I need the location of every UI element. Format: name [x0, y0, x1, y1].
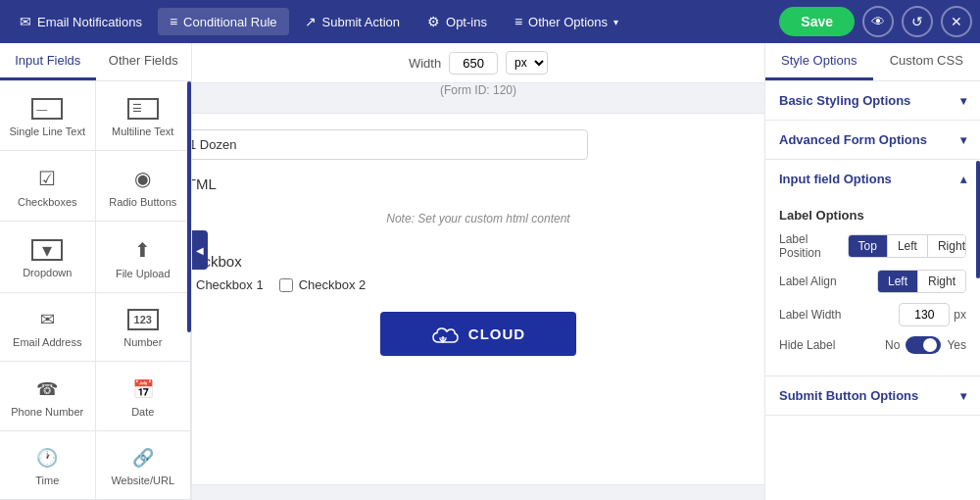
number-label: Number	[123, 336, 162, 348]
html-note: Note: Set your custom html content	[192, 200, 764, 237]
time-icon: 🕐	[36, 447, 58, 469]
tab-input-fields[interactable]: Input Fields	[0, 43, 96, 80]
label-position-right[interactable]: Right	[928, 235, 966, 257]
url-icon: 🔗	[132, 447, 154, 469]
checkbox-row: Checkbox 1 Checkbox 2	[192, 277, 764, 292]
close-button[interactable]: ✕	[941, 6, 972, 37]
field-email-address[interactable]: ✉ Email Address	[0, 293, 96, 363]
accordion-submit-button: Submit Button Options ▾	[765, 376, 980, 416]
refresh-button[interactable]: ↺	[902, 6, 933, 37]
checkbox-2-input[interactable]	[279, 278, 293, 292]
field-file-upload[interactable]: ⬆ File Upload	[96, 222, 192, 293]
accordion-advanced-form-header[interactable]: Advanced Form Options ▾	[765, 121, 980, 159]
field-radio-buttons[interactable]: ◉ Radio Buttons	[96, 151, 192, 223]
file-upload-label: File Upload	[116, 268, 171, 279]
hide-label-yes: Yes	[947, 338, 966, 352]
advanced-form-label: Advanced Form Options	[779, 132, 927, 147]
label-position-left[interactable]: Left	[888, 235, 928, 257]
accordion-basic-styling-header[interactable]: Basic Styling Options ▾	[765, 81, 980, 120]
hide-label-toggle[interactable]	[906, 336, 941, 354]
label-align-row: Label Align Left Right	[779, 270, 966, 293]
chevron-down-icon: ▾	[613, 17, 618, 27]
accordion-basic-styling: Basic Styling Options ▾	[765, 81, 980, 121]
label-position-group: Top Left Right	[848, 234, 966, 258]
checkbox-item-2[interactable]: Checkbox 2	[279, 277, 367, 292]
accordion-submit-button-header[interactable]: Submit Button Options ▾	[765, 376, 980, 415]
hide-label-no: No	[885, 338, 900, 352]
field-date[interactable]: 📅 Date	[96, 362, 192, 431]
phone-label: Phone Number	[11, 406, 83, 418]
field-website-url[interactable]: 🔗 Website/URL	[96, 431, 192, 501]
basic-styling-chevron: ▾	[960, 94, 966, 108]
other-options-icon: ≡	[514, 14, 522, 29]
email-field-label: Email Address	[13, 336, 81, 348]
right-panel-body: Basic Styling Options ▾ Advanced Form Op…	[765, 81, 980, 500]
label-width-input-group: px	[899, 303, 966, 326]
sidebar-tabs: Input Fields Other Fields	[0, 43, 191, 81]
tab-other-fields[interactable]: Other Fields	[96, 43, 192, 80]
url-label: Website/URL	[111, 475, 174, 486]
field-dropdown[interactable]: ▾ Dropdown	[0, 222, 96, 293]
field-phone-number[interactable]: ☎ Phone Number	[0, 362, 96, 431]
single-line-label: Single Line Text	[10, 125, 85, 137]
field-checkboxes[interactable]: ☑ Checkboxes	[0, 151, 96, 223]
submit-icon: ↗	[305, 14, 317, 29]
nav-email-notifications[interactable]: ✉ Email Notifications	[8, 8, 154, 35]
label-align-right[interactable]: Right	[918, 271, 965, 292]
checkbox-item-1[interactable]: Checkbox 1	[192, 277, 264, 292]
nav-optins[interactable]: ⚙ Opt-ins	[416, 8, 499, 35]
submit-button-label: Submit Button Options	[779, 388, 918, 403]
radio-icon: ◉	[134, 167, 151, 190]
label-position-row: Label Position Top Left Right	[779, 232, 966, 260]
label-width-unit: px	[954, 308, 966, 322]
main-layout: Input Fields Other Fields — Single Line …	[0, 43, 980, 500]
field-multiline-text[interactable]: ☰ Multiline Text	[96, 81, 192, 151]
label-align-left[interactable]: Left	[878, 271, 918, 292]
nav-conditional-rule[interactable]: ≡ Conditional Rule	[158, 8, 289, 35]
checkboxes-label: Checkboxes	[18, 196, 77, 208]
nav-other-options[interactable]: ≡ Other Options ▾	[503, 8, 630, 35]
accordion-input-field: Input field Options ▴ Label Options Labe…	[765, 160, 980, 376]
eye-button[interactable]: 👁	[862, 6, 894, 37]
label-width-row: Label Width px	[779, 303, 966, 326]
width-unit-select[interactable]: px %	[506, 51, 548, 75]
tab-style-options[interactable]: Style Options	[765, 43, 873, 80]
nav-right: Save 👁 ↺ ✕	[779, 6, 972, 37]
number-icon: 123	[127, 309, 159, 330]
cloud-button[interactable]: CLOUD	[380, 312, 576, 356]
file-upload-icon: ⬆	[134, 238, 151, 262]
nav-submit-action[interactable]: ↗ Submit Action	[293, 8, 413, 35]
hide-label-label: Hide Label	[779, 338, 835, 352]
tab-custom-css[interactable]: Custom CSS	[873, 43, 981, 80]
nav-conditional-label: Conditional Rule	[183, 15, 276, 29]
label-position-label: Label Position	[779, 232, 848, 260]
checkbox-title: Checkbox	[192, 253, 764, 270]
label-width-input[interactable]	[899, 303, 950, 326]
fields-grid: — Single Line Text ☰ Multiline Text ☑ Ch…	[0, 81, 191, 500]
date-label: Date	[131, 406, 154, 418]
label-align-group: Left Right	[877, 270, 966, 293]
left-sidebar: Input Fields Other Fields — Single Line …	[0, 43, 192, 500]
field-single-line-text[interactable]: — Single Line Text	[0, 81, 96, 151]
field-number[interactable]: 123 Number	[96, 293, 192, 363]
multiline-icon: ☰	[127, 98, 159, 120]
dropdown-select[interactable]: 1 Dozen	[192, 137, 575, 152]
sidebar-scrollbar	[187, 81, 191, 332]
email-icon: ✉	[20, 14, 31, 29]
accordion-input-field-content: Label Options Label Position Top Left Ri…	[765, 198, 980, 375]
single-line-icon: —	[31, 98, 63, 120]
time-label: Time	[35, 475, 59, 486]
multiline-label: Multiline Text	[112, 125, 173, 137]
checkbox-1-label: Checkbox 1	[196, 277, 264, 292]
label-position-top[interactable]: Top	[849, 235, 888, 257]
form-dropdown-field[interactable]: 1 Dozen	[192, 129, 588, 160]
accordion-input-field-header[interactable]: Input field Options ▴	[765, 160, 980, 198]
basic-styling-label: Basic Styling Options	[779, 93, 910, 108]
checkbox-section: Checkbox Checkbox 1 Checkbox 2	[192, 253, 764, 292]
field-time[interactable]: 🕐 Time	[0, 431, 96, 501]
advanced-form-chevron: ▾	[960, 133, 966, 147]
collapse-sidebar-button[interactable]: ◀	[192, 230, 208, 270]
input-field-chevron: ▴	[960, 173, 966, 186]
save-button[interactable]: Save	[779, 7, 855, 36]
width-input[interactable]	[449, 52, 498, 75]
